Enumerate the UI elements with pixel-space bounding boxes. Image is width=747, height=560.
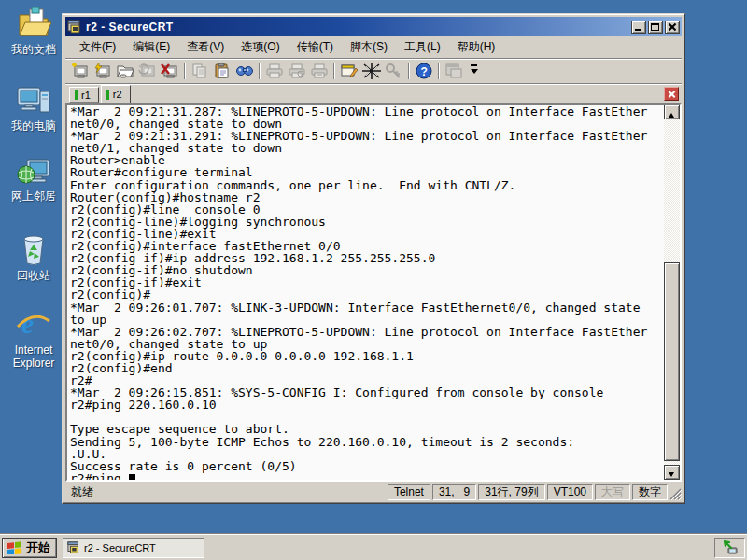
my-documents-icon bbox=[16, 6, 51, 41]
terminal-line: *Mar 2 09:26:02.707: %LINEPROTO-5-UPDOWN… bbox=[70, 326, 664, 338]
status-terminal-size: 31行, 79列 bbox=[478, 484, 544, 500]
desktop-icon-network-places[interactable]: 网上邻居 bbox=[4, 152, 63, 203]
desktop-icon-my-documents[interactable]: 我的文档 bbox=[4, 6, 63, 56]
terminal-line: r2(config-if)#exit bbox=[70, 276, 664, 288]
prompt-text: r2#ping bbox=[70, 471, 129, 480]
desktop-icon-label: 网上邻居 bbox=[4, 189, 63, 203]
title-bar[interactable]: r2 - SecureCRT bbox=[65, 17, 682, 36]
desktop-icon-internet-explorer[interactable]: e Internet Explorer bbox=[4, 306, 63, 370]
open-session-folder-icon[interactable] bbox=[114, 61, 136, 81]
menu-edit[interactable]: 编辑(E) bbox=[124, 36, 178, 58]
terminal-line: r2(config)#line console 0 bbox=[70, 203, 664, 216]
desktop-icon-label: 回收站 bbox=[4, 269, 63, 282]
terminal-line: r2#ping 220.160.0.10 bbox=[70, 399, 664, 411]
menu-transfer[interactable]: 传输(T) bbox=[289, 36, 342, 58]
securecrt-window: r2 - SecureCRT 文件(F) 编辑(E) 查看(V) 选项(O) 传… bbox=[62, 13, 685, 504]
status-protocol: Telnet bbox=[388, 484, 430, 500]
terminal-line: Sending 5, 100-byte ICMP Echos to 220.16… bbox=[70, 436, 664, 448]
tab-close-button[interactable] bbox=[664, 87, 679, 101]
reconnect-icon bbox=[136, 61, 159, 81]
menu-bar: 文件(F) 编辑(E) 查看(V) 选项(O) 传输(T) 脚本(S) 工具(L… bbox=[65, 36, 682, 58]
minimize-button[interactable] bbox=[631, 21, 646, 34]
minimize-icon bbox=[635, 29, 641, 31]
toolbar-separator bbox=[184, 63, 186, 79]
connect-icon[interactable] bbox=[92, 61, 114, 81]
start-button[interactable]: 开始 bbox=[2, 538, 57, 558]
vertical-scrollbar[interactable] bbox=[664, 105, 680, 480]
quick-connect-icon[interactable] bbox=[69, 61, 92, 81]
maximize-button[interactable] bbox=[648, 21, 663, 34]
toolbar-separator bbox=[259, 63, 261, 79]
resize-grip[interactable] bbox=[669, 488, 682, 500]
toolbar-separator bbox=[333, 63, 335, 79]
menu-view[interactable]: 查看(V) bbox=[178, 36, 233, 58]
terminal-line: r2(config)#ip route 0.0.0.0 0.0.0.0 192.… bbox=[70, 350, 664, 362]
terminal-line: net0/0, changed state to up bbox=[70, 338, 664, 350]
tab-label: r1 bbox=[81, 90, 91, 101]
keymap-editor-icon[interactable] bbox=[360, 61, 383, 81]
recycle-bin-icon bbox=[16, 231, 51, 267]
menu-help[interactable]: 帮助(H) bbox=[449, 36, 504, 58]
scrollbar-thumb[interactable] bbox=[664, 262, 680, 461]
status-cursor-position: 31, 9 bbox=[432, 484, 476, 500]
arrow-down-icon bbox=[669, 472, 674, 480]
arrow-up-icon bbox=[669, 110, 674, 118]
status-num-lock: 数字 bbox=[632, 484, 668, 500]
paste-icon[interactable] bbox=[211, 61, 233, 81]
close-button[interactable] bbox=[665, 21, 680, 34]
desktop-icon-recycle-bin[interactable]: 回收站 bbox=[4, 231, 63, 282]
terminal-line: Router(config)#hostname r2 bbox=[70, 191, 664, 203]
find-icon[interactable] bbox=[233, 61, 256, 81]
help-icon[interactable]: ? bbox=[413, 61, 435, 81]
new-window-icon bbox=[443, 61, 465, 81]
maximize-icon bbox=[651, 23, 659, 31]
menu-file[interactable]: 文件(F) bbox=[71, 36, 124, 58]
scroll-up-button[interactable] bbox=[664, 105, 680, 119]
print-setup-icon bbox=[308, 61, 331, 81]
svg-text:?: ? bbox=[421, 65, 428, 78]
tab-label: r2 bbox=[113, 89, 122, 100]
terminal-line: r2(config)# bbox=[70, 288, 664, 301]
print-preview-icon bbox=[286, 61, 308, 81]
my-computer-icon bbox=[16, 82, 51, 118]
terminal-line: to up bbox=[70, 314, 664, 326]
scroll-down-button[interactable] bbox=[664, 465, 680, 480]
print-icon bbox=[263, 61, 286, 81]
menu-options[interactable]: 选项(O) bbox=[233, 36, 288, 58]
taskbar-item-securecrt[interactable]: r2 - SecureCRT bbox=[63, 538, 204, 558]
internet-explorer-icon: e bbox=[16, 306, 51, 342]
session-tab-bar: r1 r2 bbox=[65, 83, 682, 103]
tray-network-icon[interactable] bbox=[723, 539, 739, 555]
terminal-line: r2(config)#end bbox=[70, 362, 664, 374]
toolbar: ? bbox=[65, 58, 682, 83]
terminal-output[interactable]: *Mar 2 09:21:31.287: %LINEPROTO-5-UPDOWN… bbox=[67, 105, 664, 480]
tab-r2[interactable]: r2 bbox=[101, 85, 131, 103]
terminal-line: Router#configure terminal bbox=[70, 166, 664, 178]
svg-text:e: e bbox=[21, 308, 34, 339]
terminal-line: *Mar 2 09:26:01.707: %LINK-3-UPDOWN: Int… bbox=[70, 301, 664, 314]
menu-script[interactable]: 脚本(S) bbox=[342, 36, 396, 58]
system-tray bbox=[714, 538, 745, 558]
toolbar-separator bbox=[438, 63, 440, 79]
network-places-icon bbox=[16, 152, 51, 188]
session-options-icon[interactable] bbox=[338, 61, 360, 81]
toolbar-overflow-chevron[interactable] bbox=[469, 63, 480, 79]
securecrt-app-icon bbox=[67, 20, 82, 35]
status-caps-lock: 大写 bbox=[595, 484, 630, 500]
key-icon bbox=[383, 61, 405, 81]
terminal-line: Success rate is 0 percent (0/5) bbox=[70, 460, 664, 472]
desktop-icon-my-computer[interactable]: 我的电脑 bbox=[4, 82, 63, 133]
copy-icon bbox=[189, 61, 211, 81]
tab-r1[interactable]: r1 bbox=[69, 87, 99, 103]
terminal-area: *Mar 2 09:21:31.287: %LINEPROTO-5-UPDOWN… bbox=[65, 103, 682, 482]
toolbar-separator bbox=[408, 63, 410, 79]
tab-status-indicator bbox=[75, 90, 78, 100]
terminal-line: Enter configuration commands, one per li… bbox=[70, 179, 664, 191]
taskbar-item-label: r2 - SecureCRT bbox=[84, 542, 156, 553]
window-title: r2 - SecureCRT bbox=[86, 21, 629, 34]
menu-tools[interactable]: 工具(L) bbox=[396, 36, 449, 58]
text-cursor bbox=[129, 474, 136, 480]
tab-status-indicator bbox=[106, 90, 109, 100]
terminal-line: r2(config-line)#logging synchronous bbox=[70, 216, 664, 228]
disconnect-icon[interactable] bbox=[159, 61, 181, 81]
